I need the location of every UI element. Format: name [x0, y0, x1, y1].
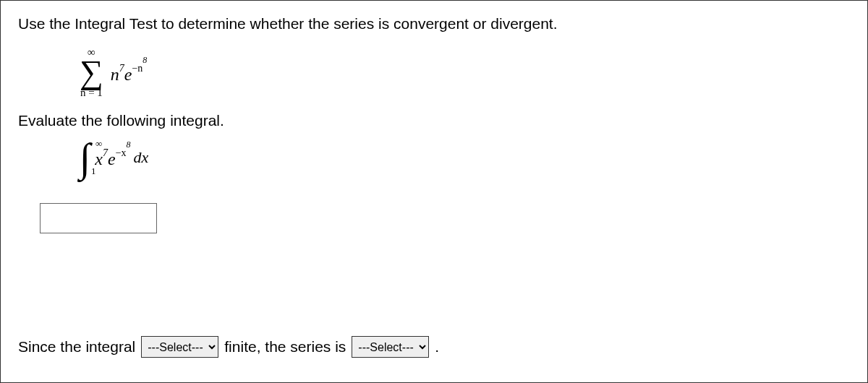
series-e: e	[124, 65, 132, 84]
integral-neg-x: −x	[116, 147, 127, 158]
problem-instruction: Use the Integral Test to determine wheth…	[18, 15, 850, 33]
integral-x: x	[95, 150, 103, 168]
series-exp8: 8	[142, 55, 147, 65]
integral-expression: ∞ ∫ 1 x7e−x8 dx	[80, 139, 850, 176]
integral-term: x7e−x8	[95, 146, 130, 169]
conclusion-suffix: .	[435, 338, 439, 356]
sigma-lower: n = 1	[80, 86, 103, 99]
integral-notation: ∞ ∫ 1	[80, 139, 90, 176]
series-term: n7e−n8	[111, 61, 148, 85]
integral-upper: ∞	[95, 138, 102, 150]
series-expression: ∞ ∑ n = 1 n7e−n8	[80, 47, 850, 99]
conclusion-sentence: Since the integral ---Select--- finite, …	[18, 336, 439, 358]
sigma-symbol: ∑	[80, 58, 103, 86]
integral-e: e	[108, 150, 116, 168]
sigma-notation: ∞ ∑ n = 1	[80, 47, 103, 99]
evaluate-instruction: Evaluate the following integral.	[18, 112, 850, 129]
integral-exp7: 7	[103, 147, 108, 158]
series-exp7: 7	[119, 63, 124, 74]
integral-symbol: ∫	[80, 135, 90, 180]
conclusion-mid: finite, the series is	[224, 338, 346, 356]
convergent-select[interactable]: ---Select---	[352, 336, 429, 358]
integral-exp8: 8	[127, 139, 131, 150]
series-neg-n: −n	[132, 63, 142, 74]
finite-select[interactable]: ---Select---	[141, 336, 218, 358]
integral-lower: 1	[91, 165, 96, 177]
series-n: n	[111, 65, 119, 84]
conclusion-prefix: Since the integral	[18, 338, 135, 356]
answer-input[interactable]	[40, 203, 157, 233]
integral-dx: dx	[134, 148, 149, 167]
